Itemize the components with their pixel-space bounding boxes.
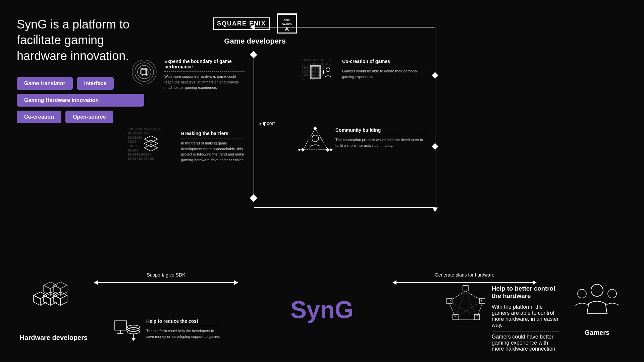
hardware-developers-title: Hardware developers (20, 334, 88, 342)
svg-line-64 (449, 304, 455, 317)
arrowhead-left-sdk (94, 280, 98, 285)
bottom-feature-left: Help to reduce the cost The platform cou… (114, 318, 221, 345)
community-icon (302, 127, 329, 154)
support-label: Support (258, 121, 275, 126)
syng-title: SynG (290, 298, 354, 322)
vertical-center-line (254, 54, 254, 198)
feature-left-bottom-desc: In the trend of making game development … (181, 140, 245, 163)
svg-marker-14 (144, 136, 158, 142)
svg-line-69 (449, 301, 477, 317)
bottom-feature-left-desc: The platform could help the developers t… (146, 328, 221, 339)
hardware-control-title: Help to better control the hardware (492, 285, 560, 300)
feature-left-bottom-text: Breaking the barriers In the trend of ma… (181, 131, 245, 163)
gamers-title: Gamers (585, 329, 610, 337)
co-creation-button[interactable]: Co-creation (17, 111, 61, 123)
tag-buttons: Game translator Interface Gaming Hardwar… (17, 77, 144, 123)
feature-right-top: 0101000010100101001 1010010010100100 010… (302, 59, 429, 85)
svg-point-52 (127, 330, 140, 334)
gaming-hardware-button[interactable]: Gaming Hardware innovation (17, 94, 144, 107)
svg-rect-18 (311, 66, 319, 78)
arrowhead-right-sdk (234, 280, 238, 285)
svg-text:EPIC: EPIC (283, 19, 290, 22)
svg-line-68 (466, 291, 477, 317)
hardware-developers: Hardware developers (17, 275, 91, 342)
boundary-icon (131, 59, 158, 85)
svg-marker-22 (303, 128, 328, 150)
bottom-feature-left-title: Help to reduce the cost (146, 318, 221, 324)
feature-left-bottom-title: Breaking the barriers (181, 131, 245, 136)
svg-rect-24 (313, 126, 317, 130)
bottom-arrows-right: Generate plans for hardware (392, 272, 537, 285)
arrow-down-bottom (432, 207, 438, 212)
svg-marker-34 (54, 282, 67, 289)
support-sdk-label: Support/ give SDK (147, 272, 185, 278)
gamers-section: Gamers (567, 280, 627, 337)
feature-right-bottom-desc: The co-creation process would help the d… (335, 137, 429, 148)
svg-point-6 (138, 65, 151, 79)
gamers-icon (572, 280, 622, 324)
svg-point-21 (326, 68, 330, 72)
cost-icon (114, 318, 141, 345)
diamond-bottom (250, 194, 258, 202)
bottom-horizontal-line (254, 207, 435, 208)
svg-marker-30 (330, 148, 333, 151)
feature-left-top: Expend the boundary of game performance … (131, 59, 245, 90)
svg-marker-31 (44, 282, 57, 289)
svg-point-47 (578, 289, 586, 298)
feature-left-top-title: Expend the boundary of game performance (164, 59, 245, 69)
bottom-feature-left-text: Help to reduce the cost The platform cou… (146, 318, 221, 339)
feature-left-top-desc: With more supported hardware, game could… (164, 74, 245, 90)
svg-point-23 (312, 135, 319, 142)
double-arrow-plans (392, 280, 537, 285)
feature-right-top-text: Co-creation of games Gamers would be abl… (342, 59, 429, 79)
svg-point-54 (127, 325, 140, 329)
hardware-mesh-icon (446, 285, 486, 325)
feature-right-bottom-title: Community building (335, 127, 429, 133)
arrow-left-top (250, 24, 255, 30)
arrow-line-plans (396, 282, 533, 283)
interface-button[interactable]: Interface (77, 77, 114, 90)
company-logos: SQUARE ENIX EPIC GAMES (201, 13, 309, 34)
generate-plans-label: Generate plans for hardware (435, 272, 494, 278)
diamond-right-top (432, 72, 438, 79)
svg-marker-38 (34, 295, 40, 305)
svg-line-67 (455, 291, 466, 317)
top-horizontal-line (254, 27, 435, 27)
svg-text:GAMES: GAMES (282, 23, 292, 26)
diamond-top (250, 51, 258, 59)
svg-line-62 (449, 291, 466, 301)
arrowhead-right-plans (533, 280, 537, 285)
hardware-control-text: Help to better control the hardware With… (492, 285, 560, 352)
right-vertical-line (435, 27, 435, 208)
feature-right-top-desc: Gamers would be able to define their per… (342, 68, 429, 79)
syng-center: SynG (290, 298, 354, 322)
bottom-arrows-left: Support/ give SDK (94, 272, 238, 285)
bottom-feature-right: Help to better control the hardware With… (446, 285, 560, 352)
svg-marker-56 (131, 338, 136, 341)
svg-marker-45 (60, 295, 67, 305)
barriers-icon: 0101000010100101001 101001001010 1010010… (131, 131, 158, 158)
svg-marker-15 (144, 140, 158, 147)
arrow-line-sdk (98, 282, 234, 283)
arrowhead-left-plans (392, 280, 396, 285)
co-creation-icon: 0101000010100101001 1010010010100100 010… (302, 59, 329, 85)
svg-line-63 (466, 291, 482, 301)
feature-right-bottom-text: Community building The co-creation proce… (335, 127, 429, 148)
feature-right-bottom: Community building The co-creation proce… (302, 127, 429, 154)
open-source-button[interactable]: Open-source (65, 111, 113, 123)
feature-left-bottom: 0101000010100101001 101001001010 1010010… (131, 131, 245, 163)
tagline: SynG is a platform to facilitate gaming … (17, 17, 144, 64)
svg-rect-57 (463, 286, 468, 291)
svg-marker-16 (144, 144, 158, 151)
svg-point-4 (132, 60, 156, 84)
game-translator-button[interactable]: Game translator (17, 77, 73, 90)
hardware-control-desc2: Gamers could have better gaming experien… (492, 334, 560, 352)
svg-point-48 (608, 289, 616, 298)
hardware-control-feature: Help to better control the hardware With… (446, 285, 560, 352)
hardware-control-desc: With the platform, the gamers are able t… (492, 304, 560, 328)
hardware-dev-icon (23, 275, 84, 329)
svg-rect-17 (310, 65, 320, 79)
svg-marker-29 (298, 148, 300, 151)
feature-left-top-text: Expend the boundary of game performance … (164, 59, 245, 90)
double-arrow-sdk (94, 280, 238, 285)
